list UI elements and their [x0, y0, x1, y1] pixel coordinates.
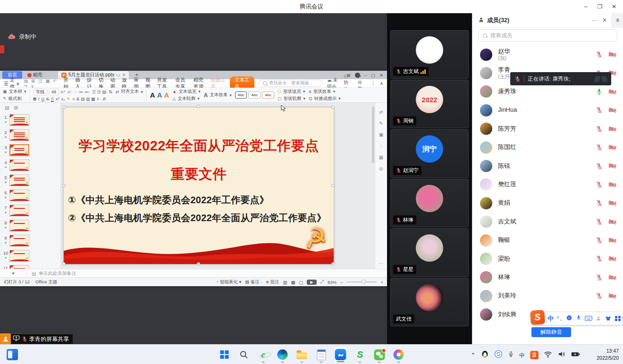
tray-battery-icon[interactable]	[571, 351, 581, 359]
wordart-orange[interactable]: A	[164, 91, 169, 99]
video-tile[interactable]: 2022 周钢	[390, 80, 469, 128]
member-row[interactable]: 刘美玲	[472, 287, 623, 305]
zoom-out-icon[interactable]: –	[340, 280, 343, 285]
camera-muted-icon[interactable]	[608, 51, 616, 58]
slide-thumbnail-row[interactable]: 10★	[0, 248, 60, 263]
taskbar-meeting-icon[interactable]	[333, 346, 348, 363]
camera-muted-icon[interactable]	[608, 219, 616, 225]
shape-fill-button[interactable]: ⬠形状填充▾	[278, 89, 305, 95]
mic-on-icon[interactable]	[596, 88, 603, 95]
skin-icon[interactable]	[605, 314, 612, 323]
slide-thumbnail-row[interactable]: 3★	[0, 142, 60, 157]
slide-thumbnail[interactable]	[9, 129, 29, 141]
emoji-icon[interactable]	[566, 314, 572, 323]
mic-muted-icon[interactable]	[596, 255, 603, 262]
shape-effect-button[interactable]: ⧈形状效果▾	[309, 89, 341, 95]
minimize-button[interactable]: –	[579, 3, 593, 10]
rail-help-icon[interactable]: ◌	[380, 143, 383, 149]
ime-punct-toggle[interactable]: °，	[557, 315, 563, 322]
video-tile[interactable]: 星星	[390, 228, 469, 277]
slide-thumbnail[interactable]	[9, 265, 29, 269]
font-size-select[interactable]: 48	[49, 89, 59, 95]
bold-icon[interactable]: B	[34, 97, 37, 101]
panel-close-icon[interactable]: ✕	[602, 17, 607, 24]
selection-handle[interactable]	[331, 106, 335, 109]
indent-icons[interactable]: ☰ ☱ ▤· ⇅·	[92, 90, 114, 94]
slide-thumbnail[interactable]	[9, 235, 29, 247]
notes-placeholder[interactable]: ▤单击此处添加备注	[27, 270, 76, 277]
selection-handle[interactable]	[62, 262, 66, 265]
slide[interactable]: 学习学校2022年全面从严治党工作要点 重要文件 ①《中共上海电机学院委员会20…	[64, 108, 334, 264]
align-icons[interactable]: ≡ ≣ ▤ ▥ ▦ ⇳· ⇵·	[72, 97, 107, 101]
selection-handle[interactable]	[62, 184, 66, 187]
mic-muted-icon[interactable]	[596, 274, 603, 281]
text-effect-button[interactable]: 𝐀文本效果▾	[204, 92, 232, 98]
member-row[interactable]: 梁盼	[472, 249, 623, 268]
panel-menu-icon[interactable]: ≡	[612, 13, 623, 27]
taskbar-gallery-icon[interactable]	[391, 346, 406, 363]
zoom-in-icon[interactable]: +	[380, 280, 383, 285]
slide-thumbnail[interactable]	[9, 114, 29, 126]
quick-access-toolbar[interactable]: ▤ ⊞ ◫ ▦ ↶ ↷ ∨	[24, 78, 59, 89]
member-search-input[interactable]: 搜索成员	[478, 29, 617, 41]
camera-muted-icon[interactable]	[608, 256, 616, 262]
keyboard-icon[interactable]	[585, 314, 592, 323]
slide-thumbnail[interactable]	[9, 159, 29, 171]
slide-thumbnail-selected[interactable]	[9, 144, 29, 156]
tray-mic-icon[interactable]	[508, 350, 514, 360]
beautify-button[interactable]: ◔ 智能美化 ▾	[216, 279, 241, 285]
sogou-logo-icon[interactable]: S	[530, 310, 545, 325]
camera-muted-icon[interactable]	[608, 237, 616, 243]
style-sample-1[interactable]: Abc	[235, 91, 247, 99]
collapse-ribbon-icon[interactable]: ∧	[380, 81, 383, 86]
italic-icon[interactable]: I	[38, 97, 40, 101]
camera-muted-icon[interactable]	[608, 182, 616, 188]
notes-toggle[interactable]: ▤ 备注 ·	[245, 279, 262, 285]
strike-icon[interactable]: S	[46, 97, 49, 101]
taskbar-clock[interactable]: 13:47 2022/5/20	[597, 347, 619, 362]
tray-sogou-icon[interactable]: S	[530, 351, 539, 359]
slide-thumbnail[interactable]	[9, 205, 29, 216]
subscript-icon[interactable]: x₂	[61, 97, 65, 101]
clear-format-icon[interactable]: ◌	[75, 90, 77, 94]
member-row[interactable]: JinHua	[472, 101, 623, 119]
zoom-level[interactable]: 83%	[328, 280, 337, 285]
selection-handle[interactable]	[197, 262, 200, 265]
wordart-presets[interactable]: A A A	[150, 91, 169, 99]
mic-muted-icon[interactable]	[596, 292, 603, 299]
style-sample-2[interactable]: Abc	[248, 91, 261, 99]
tray-chevron-up-icon[interactable]: ⌃	[471, 351, 476, 359]
camera-muted-icon[interactable]	[608, 200, 616, 206]
member-row[interactable]: 鞠银	[472, 231, 623, 249]
convert-diagram-button[interactable]: ⊡转换成图示▾	[309, 96, 341, 102]
taskbar-green-lightning-icon[interactable]: S	[353, 346, 368, 363]
tray-wifi-icon[interactable]	[544, 351, 552, 360]
person-tool-icon[interactable]	[596, 314, 601, 323]
bullet-list-icon[interactable]: ≔·≕·	[79, 90, 90, 94]
restore-button[interactable]: ❐	[593, 3, 607, 10]
camera-muted-icon[interactable]	[608, 163, 616, 169]
font-name-select[interactable]: 等线	[34, 89, 47, 95]
more-icon[interactable]: ⋮	[371, 81, 376, 86]
taskbar-start-icon[interactable]	[217, 346, 232, 363]
selection-handle[interactable]	[197, 105, 200, 108]
taskbar-notepad-icon[interactable]	[314, 346, 329, 363]
member-list[interactable]: 赵华(我) 李青(主持人) 康秀珠 JinHua 陈芳芳	[472, 45, 623, 344]
slide-thumbnail-row[interactable]: 4★	[0, 157, 60, 173]
view-normal-icon[interactable]: ▥	[283, 280, 287, 285]
view-reading-icon[interactable]: ▢	[299, 280, 303, 285]
mic-muted-icon[interactable]	[596, 51, 603, 58]
slide-thumbnail-row[interactable]: 5★	[0, 173, 60, 188]
taskbar-explorer-icon[interactable]	[295, 346, 310, 363]
rail-more-icon[interactable]: ⋯	[375, 261, 387, 266]
camera-muted-icon[interactable]	[608, 144, 616, 150]
command-search[interactable]: 查找命令、搜索模板	[259, 80, 323, 87]
selection-handle[interactable]	[331, 262, 335, 265]
mic-muted-icon[interactable]	[596, 218, 603, 225]
member-row[interactable]: 樊红莲	[472, 175, 623, 194]
add-slide-button[interactable]: +	[0, 270, 27, 277]
text-fill-button[interactable]: ▲文本填充▾	[172, 89, 200, 95]
video-tile[interactable]: 林琳	[390, 179, 469, 227]
slide-thumbnail[interactable]	[9, 190, 29, 201]
video-tile[interactable]: 吉文斌	[390, 30, 469, 79]
